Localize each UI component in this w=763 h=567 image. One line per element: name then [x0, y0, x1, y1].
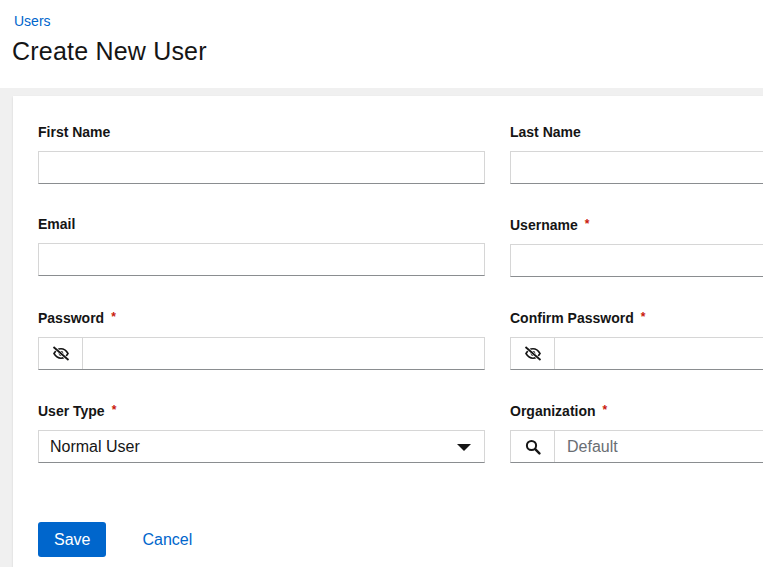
required-indicator: *	[603, 403, 608, 417]
required-indicator: *	[111, 310, 116, 324]
cancel-link[interactable]: Cancel	[142, 531, 192, 549]
caret-down-icon	[457, 444, 471, 451]
required-indicator: *	[585, 217, 590, 231]
eye-slash-icon	[524, 346, 542, 361]
confirm-password-label: Confirm Password*	[510, 307, 763, 328]
confirm-password-field-group: Confirm Password*	[510, 307, 763, 370]
organization-lookup-button[interactable]	[511, 431, 555, 462]
password-field-group: Password*	[38, 307, 485, 370]
username-label: Username*	[510, 214, 763, 235]
user-type-field-group: User Type* Normal User	[38, 400, 485, 463]
organization-input-group	[510, 430, 763, 463]
required-indicator: *	[112, 403, 117, 417]
page-title: Create New User	[12, 37, 763, 66]
organization-field-group: Organization*	[510, 400, 763, 463]
last-name-field-group: Last Name	[510, 122, 763, 184]
user-type-selected-value: Normal User	[50, 438, 140, 455]
email-label: Email	[38, 214, 485, 234]
user-type-select[interactable]: Normal User	[38, 430, 485, 463]
breadcrumb-link-users[interactable]: Users	[14, 13, 51, 29]
create-user-form-card: First Name Last Name Email Username* Pas…	[13, 96, 763, 567]
password-input[interactable]	[83, 338, 484, 369]
last-name-label-text: Last Name	[510, 124, 581, 140]
password-input-group	[38, 337, 485, 370]
username-field-group: Username*	[510, 214, 763, 277]
required-indicator: *	[641, 310, 646, 324]
breadcrumb: Users	[14, 12, 763, 30]
save-button[interactable]: Save	[38, 522, 106, 557]
organization-label-text: Organization	[510, 403, 596, 419]
password-label-text: Password	[38, 310, 104, 326]
first-name-label-text: First Name	[38, 124, 110, 140]
email-input[interactable]	[38, 243, 485, 276]
user-type-label-text: User Type	[38, 403, 105, 419]
first-name-field-group: First Name	[38, 122, 485, 184]
first-name-input[interactable]	[38, 151, 485, 184]
last-name-input[interactable]	[510, 151, 763, 184]
user-type-label: User Type*	[38, 400, 485, 421]
form-grid: First Name Last Name Email Username* Pas…	[38, 122, 763, 493]
username-input[interactable]	[510, 244, 763, 277]
confirm-password-visibility-toggle-button[interactable]	[511, 338, 555, 369]
username-label-text: Username	[510, 217, 578, 233]
search-icon	[525, 439, 541, 455]
password-label: Password*	[38, 307, 485, 328]
page-header: Users Create New User	[0, 0, 763, 88]
confirm-password-input-group	[510, 337, 763, 370]
eye-slash-icon	[52, 346, 70, 361]
email-label-text: Email	[38, 216, 75, 232]
last-name-label: Last Name	[510, 122, 763, 142]
confirm-password-label-text: Confirm Password	[510, 310, 634, 326]
first-name-label: First Name	[38, 122, 485, 142]
confirm-password-input[interactable]	[555, 338, 763, 369]
form-actions: Save Cancel	[38, 522, 763, 557]
password-visibility-toggle-button[interactable]	[39, 338, 83, 369]
email-field-group: Email	[38, 214, 485, 277]
organization-input[interactable]	[555, 431, 763, 462]
organization-label: Organization*	[510, 400, 763, 421]
